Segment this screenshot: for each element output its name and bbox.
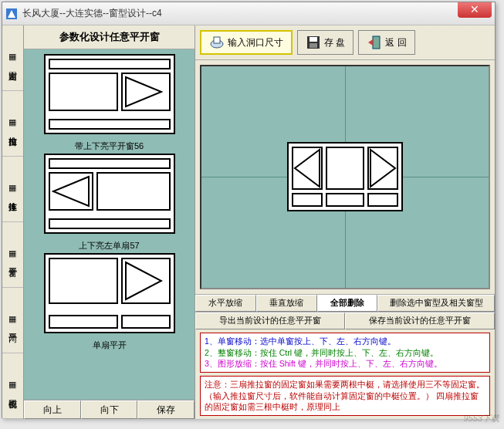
design-canvas[interactable] xyxy=(200,65,490,289)
window-title: 长风大厦--大连实德--窗型设计--c4 xyxy=(22,7,492,20)
delete-selected-button[interactable]: 删除选中窗型及相关窗型 xyxy=(377,295,495,312)
exit-icon xyxy=(367,35,382,49)
template-item[interactable] xyxy=(44,54,175,134)
template-thumb xyxy=(46,255,174,332)
sidebar-tab-fixed[interactable]: ▦固定窗 xyxy=(2,25,23,91)
window-icon: ▦ xyxy=(8,314,19,325)
template-thumb xyxy=(46,56,174,133)
template-caption: 带上下亮平开窗56 xyxy=(29,139,190,154)
measure-icon xyxy=(209,35,225,49)
window-icon: ▦ xyxy=(8,183,19,194)
left-panel-buttons: 向上 向下 保存 xyxy=(24,400,194,419)
triangle-icon xyxy=(124,76,163,108)
hints-box: 1、单窗移动：选中单窗按上、下、左、右方向键。 2、整窗移动：按住 Ctrl 键… xyxy=(200,333,490,373)
svg-rect-4 xyxy=(310,37,317,42)
window-icon: ▦ xyxy=(8,117,19,128)
sidebar-tab-sliding[interactable]: ▦推拉门窗 xyxy=(2,91,23,157)
note-box: 注意：三扇推拉窗的固定窗如果需要两根中梃，请选择使用三不等固定窗。（输入推拉窗尺… xyxy=(200,376,490,416)
move-up-button[interactable]: 向上 xyxy=(24,400,81,419)
watermark: 9553下载 xyxy=(464,413,499,424)
triangle-icon xyxy=(293,148,321,188)
template-caption: 上下亮左单扇57 xyxy=(29,238,190,253)
sidebar-tab-door[interactable]: ▦平开门 xyxy=(2,288,23,353)
template-item[interactable] xyxy=(44,154,175,234)
action-row-2: 导出当前设计的任意平开窗 保存当前设计的任意平开窗 xyxy=(195,312,495,329)
close-button[interactable]: ✕ xyxy=(458,2,492,18)
hint-line: 3、图形放缩：按住 Shift 键，并同时按上、下、左、右方向键。 xyxy=(205,358,485,370)
sidebar-tab-topview[interactable]: ▦俯视图 xyxy=(2,353,23,419)
left-panel-header: 参数化设计任意平开窗 xyxy=(24,25,194,49)
action-row-1: 水平放缩 垂直放缩 全部删除 删除选中窗型及相关窗型 xyxy=(195,294,495,312)
hscale-button[interactable]: 水平放缩 xyxy=(195,295,256,312)
save-current-button[interactable]: 保存当前设计的任意平开窗 xyxy=(345,312,495,329)
save-button[interactable]: 存 盘 xyxy=(297,30,353,55)
triangle-icon xyxy=(369,148,397,188)
template-thumb xyxy=(46,155,174,232)
toolbar: 输入洞口尺寸 存 盘 返 回 xyxy=(195,25,495,60)
sidebar: ▦固定窗 ▦推拉门窗 ▦连体推拉 ▦平开窗 ▦平开门 ▦俯视图 xyxy=(2,25,24,419)
template-list: 带上下亮平开窗56 上下亮左单扇57 xyxy=(24,49,194,400)
sidebar-tab-joint[interactable]: ▦连体推拉 xyxy=(2,157,23,222)
app-window: 长风大厦--大连实德--窗型设计--c4 ✕ ▦固定窗 ▦推拉门窗 ▦连体推拉 … xyxy=(2,2,496,418)
export-button[interactable]: 导出当前设计的任意平开窗 xyxy=(195,312,345,329)
delete-all-button[interactable]: 全部删除 xyxy=(317,295,378,312)
vscale-button[interactable]: 垂直放缩 xyxy=(256,295,317,312)
template-caption: 单扇平开 xyxy=(29,338,190,353)
save-template-button[interactable]: 保存 xyxy=(137,400,194,419)
window-icon: ▦ xyxy=(8,380,19,390)
right-panel: 输入洞口尺寸 存 盘 返 回 xyxy=(195,25,495,419)
svg-rect-6 xyxy=(373,36,380,49)
sidebar-tab-casement[interactable]: ▦平开窗 xyxy=(2,222,23,288)
disk-icon xyxy=(306,35,321,49)
svg-rect-2 xyxy=(214,37,220,43)
window-icon: ▦ xyxy=(8,52,19,62)
input-size-button[interactable]: 输入洞口尺寸 xyxy=(200,30,293,55)
window-icon: ▦ xyxy=(8,248,19,259)
template-item[interactable] xyxy=(44,253,175,333)
triangle-icon xyxy=(124,261,163,301)
left-panel: 参数化设计任意平开窗 带上下亮平开窗56 xyxy=(24,25,195,419)
svg-rect-5 xyxy=(310,43,317,48)
move-down-button[interactable]: 向下 xyxy=(81,400,138,419)
triangle-icon xyxy=(52,175,90,208)
titlebar: 长风大厦--大连实德--窗型设计--c4 ✕ xyxy=(2,2,495,25)
app-icon xyxy=(5,8,18,20)
hint-line: 1、单窗移动：选中单窗按上、下、左、右方向键。 xyxy=(205,336,485,347)
body: ▦固定窗 ▦推拉门窗 ▦连体推拉 ▦平开窗 ▦平开门 ▦俯视图 参数化设计任意平… xyxy=(2,25,495,419)
current-window-shape[interactable] xyxy=(287,142,403,211)
back-button[interactable]: 返 回 xyxy=(358,30,414,55)
hint-line: 2、整窗移动：按住 Ctrl 键，并同时按上、下、左、右方向键。 xyxy=(205,347,485,359)
